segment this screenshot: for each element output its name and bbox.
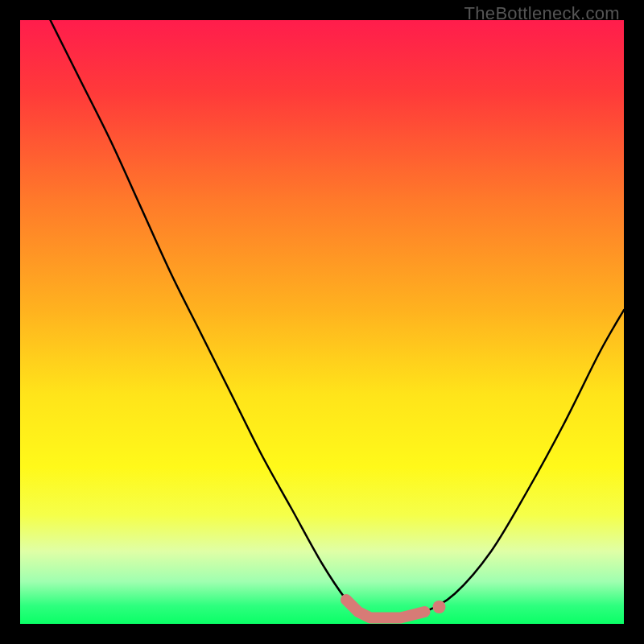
bottleneck-curve bbox=[51, 20, 625, 618]
plot-area bbox=[20, 20, 624, 624]
trough-highlight bbox=[346, 600, 425, 618]
watermark-text: TheBottleneck.com bbox=[464, 3, 620, 24]
trough-end-dot bbox=[433, 601, 446, 613]
chart-frame: TheBottleneck.com bbox=[0, 0, 644, 644]
curve-layer bbox=[20, 20, 624, 624]
